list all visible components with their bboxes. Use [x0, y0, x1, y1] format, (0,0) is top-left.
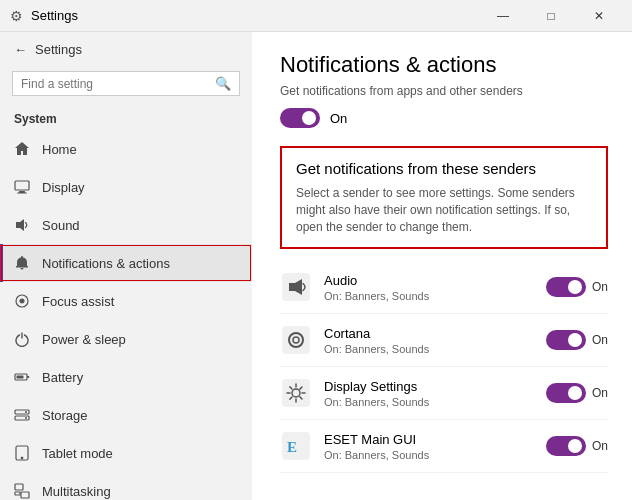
eset-app-detail: On: Banners, Sounds — [324, 449, 534, 461]
display-settings-toggle-label: On — [592, 386, 608, 400]
display-settings-app-detail: On: Banners, Sounds — [324, 396, 534, 408]
sidebar-item-display[interactable]: Display — [0, 168, 252, 206]
display-settings-toggle-area: On — [546, 383, 608, 403]
titlebar: ⚙ Settings — □ ✕ — [0, 0, 632, 32]
svg-point-12 — [25, 417, 27, 419]
svg-point-14 — [21, 457, 23, 459]
audio-toggle[interactable] — [546, 277, 586, 297]
search-box[interactable]: 🔍 — [12, 71, 240, 96]
cortana-toggle[interactable] — [546, 330, 586, 350]
master-toggle-label: On — [330, 111, 347, 126]
cortana-toggle-label: On — [592, 333, 608, 347]
display-settings-toggle[interactable] — [546, 383, 586, 403]
sidebar-label-power: Power & sleep — [42, 332, 126, 347]
notifications-icon — [14, 255, 30, 271]
svg-marker-3 — [16, 219, 24, 231]
minimize-button[interactable]: — — [480, 0, 526, 32]
focus-icon — [14, 293, 30, 309]
maximize-button[interactable]: □ — [528, 0, 574, 32]
sidebar-label-storage: Storage — [42, 408, 88, 423]
search-icon: 🔍 — [215, 76, 231, 91]
eset-app-name: ESET Main GUI — [324, 432, 534, 447]
sidebar-item-notifications[interactable]: Notifications & actions — [0, 244, 252, 282]
audio-app-info: Audio On: Banners, Sounds — [324, 273, 534, 302]
power-icon — [14, 331, 30, 347]
cortana-app-name: Cortana — [324, 326, 534, 341]
home-icon — [14, 141, 30, 157]
sidebar-label-multitasking: Multitasking — [42, 484, 111, 499]
svg-rect-2 — [17, 193, 27, 194]
sidebar-label-home: Home — [42, 142, 77, 157]
back-arrow-icon: ← — [14, 42, 27, 57]
sidebar-label-focus: Focus assist — [42, 294, 114, 309]
sidebar-item-multitasking[interactable]: Multitasking — [0, 472, 252, 500]
master-toggle[interactable] — [280, 108, 320, 128]
app-row-cortana[interactable]: Cortana On: Banners, Sounds On — [280, 314, 608, 367]
svg-rect-0 — [15, 181, 29, 190]
sidebar-item-power[interactable]: Power & sleep — [0, 320, 252, 358]
close-button[interactable]: ✕ — [576, 0, 622, 32]
cortana-toggle-area: On — [546, 330, 608, 350]
display-icon — [14, 179, 30, 195]
audio-app-detail: On: Banners, Sounds — [324, 290, 534, 302]
svg-rect-8 — [17, 376, 24, 379]
sidebar-item-tablet[interactable]: Tablet mode — [0, 434, 252, 472]
master-toggle-row: On — [280, 108, 608, 128]
storage-icon — [14, 407, 30, 423]
senders-section-title: Get notifications from these senders — [296, 160, 592, 177]
svg-rect-16 — [21, 492, 29, 498]
app-row-eset[interactable]: E ESET Main GUI On: Banners, Sounds On — [280, 420, 608, 473]
cortana-app-detail: On: Banners, Sounds — [324, 343, 534, 355]
sidebar-label-battery: Battery — [42, 370, 83, 385]
senders-section-desc: Select a sender to see more settings. So… — [296, 185, 592, 235]
eset-app-icon: E — [280, 430, 312, 462]
app-row-display-settings[interactable]: Display Settings On: Banners, Sounds On — [280, 367, 608, 420]
audio-app-name: Audio — [324, 273, 534, 288]
svg-text:E: E — [287, 439, 297, 455]
svg-rect-15 — [15, 484, 23, 490]
svg-point-5 — [20, 299, 24, 303]
sidebar-item-focus[interactable]: Focus assist — [0, 282, 252, 320]
audio-app-icon — [280, 271, 312, 303]
section-label: System — [0, 106, 252, 130]
tablet-icon — [14, 445, 30, 461]
eset-toggle[interactable] — [546, 436, 586, 456]
eset-toggle-area: On — [546, 436, 608, 456]
multitasking-icon — [14, 483, 30, 499]
svg-point-11 — [25, 411, 27, 413]
sidebar-label-display: Display — [42, 180, 85, 195]
svg-rect-23 — [282, 379, 310, 407]
eset-app-info: ESET Main GUI On: Banners, Sounds — [324, 432, 534, 461]
senders-section-box: Get notifications from these senders Sel… — [280, 146, 608, 249]
sidebar-item-storage[interactable]: Storage — [0, 396, 252, 434]
audio-toggle-area: On — [546, 277, 608, 297]
titlebar-left: ⚙ Settings — [10, 8, 78, 24]
settings-app-icon: ⚙ — [10, 8, 23, 24]
sidebar-item-sound[interactable]: Sound — [0, 206, 252, 244]
back-button[interactable]: ← Settings — [0, 32, 252, 67]
titlebar-title: Settings — [31, 8, 78, 23]
sidebar-item-battery[interactable]: Battery — [0, 358, 252, 396]
display-settings-app-icon — [280, 377, 312, 409]
svg-rect-17 — [15, 492, 20, 495]
app-row-audio[interactable]: Audio On: Banners, Sounds On — [280, 261, 608, 314]
sidebar-label-tablet: Tablet mode — [42, 446, 113, 461]
app-layout: ← Settings 🔍 System Home — [0, 32, 632, 500]
sidebar: ← Settings 🔍 System Home — [0, 32, 252, 500]
display-settings-app-info: Display Settings On: Banners, Sounds — [324, 379, 534, 408]
sidebar-label-sound: Sound — [42, 218, 80, 233]
page-title: Notifications & actions — [280, 52, 608, 78]
display-settings-app-name: Display Settings — [324, 379, 534, 394]
sidebar-label-notifications: Notifications & actions — [42, 256, 170, 271]
page-subtitle: Get notifications from apps and other se… — [280, 84, 608, 98]
audio-toggle-label: On — [592, 280, 608, 294]
cortana-app-info: Cortana On: Banners, Sounds — [324, 326, 534, 355]
back-label: Settings — [35, 42, 82, 57]
eset-toggle-label: On — [592, 439, 608, 453]
svg-rect-20 — [282, 326, 310, 354]
main-content: Notifications & actions Get notification… — [252, 32, 632, 500]
battery-icon — [14, 369, 30, 385]
search-input[interactable] — [21, 77, 215, 91]
sidebar-item-home[interactable]: Home — [0, 130, 252, 168]
sound-icon — [14, 217, 30, 233]
